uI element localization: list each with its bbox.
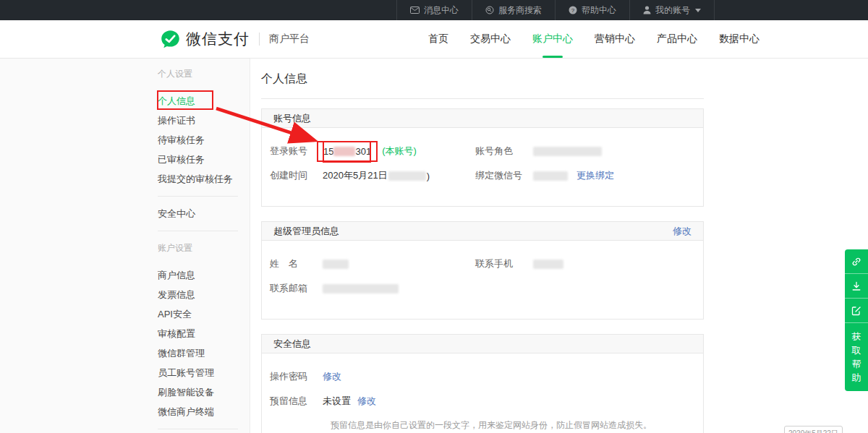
main-content: 个人信息 账号信息 登录账号 15 301: [250, 59, 868, 433]
link-icon: [851, 257, 861, 267]
field-label: 创建时间: [262, 169, 323, 182]
created-close-paren: ): [427, 171, 430, 181]
portal-name: 商户平台: [269, 33, 310, 46]
redacted-wechat-id: [533, 171, 568, 181]
sidebar-item-staff-account-mgmt[interactable]: 员工账号管理: [158, 363, 250, 382]
svg-text:?: ?: [571, 7, 575, 14]
rebind-link[interactable]: 更换绑定: [576, 169, 614, 182]
field-row: 预留信息 未设置 修改: [262, 394, 703, 408]
sidebar-item-security-center[interactable]: 安全中心: [158, 204, 250, 223]
sidebar-item-wechat-group-mgmt[interactable]: 微信群管理: [158, 343, 250, 363]
sidebar-item-pending-review[interactable]: 待审核任务: [158, 130, 250, 150]
sidebar-group-header-personal: 个人设置: [158, 64, 250, 84]
field-admin-name: 姓 名: [262, 257, 475, 270]
section-account-info: 账号信息 登录账号 15 301 (本账号): [261, 108, 704, 207]
field-account-role: 账号角色: [475, 145, 602, 158]
redacted-login-digits: [333, 147, 355, 156]
sidebar-item-face-device[interactable]: 刷脸智能设备: [158, 382, 250, 402]
topbar-item-service-search[interactable]: 服务商搜索: [472, 0, 555, 20]
topbar-item-message-center[interactable]: 消息中心: [396, 0, 472, 20]
login-account-value: 15 301: [317, 141, 378, 162]
page-title: 个人信息: [261, 72, 704, 99]
field-label: 操作密码: [262, 370, 323, 383]
nav-item-marketing-center[interactable]: 营销中心: [595, 30, 635, 48]
topbar-item-my-account[interactable]: 我的账号: [629, 0, 715, 20]
sidebar-divider: [158, 231, 238, 231]
field-created-time: 创建时间 2020年5月21日 ): [262, 169, 475, 182]
created-date: 2020年5月21日: [323, 169, 388, 182]
field-label: 联系手机: [475, 257, 533, 270]
admin-edit-link[interactable]: 修改: [673, 225, 692, 238]
sidebar-item-operation-cert[interactable]: 操作证书: [158, 111, 250, 130]
chevron-down-icon: [695, 9, 701, 12]
current-account-tag: (本账号): [382, 145, 417, 158]
nav-item-trade-center[interactable]: 交易中心: [470, 30, 511, 48]
brand-divider: [259, 33, 260, 46]
section-title: 账号信息: [273, 112, 311, 125]
section-account-info-header: 账号信息: [262, 109, 703, 128]
get-help-button[interactable]: 获取帮助: [845, 323, 868, 391]
reserved-info-note: 预留信息是由你自己设置的一段文字，用来鉴定网站身份，防止假冒网站造成损失。 配置…: [331, 419, 703, 433]
topbar-group: 消息中心 服务商搜索 ? 帮助中心 我的账号: [396, 0, 715, 20]
date-badge: 2020年5月22日: [784, 426, 843, 433]
sidebar-group-header-account: 账户设置: [158, 239, 250, 258]
sidebar-item-merchant-info[interactable]: 商户信息: [158, 265, 250, 285]
field-row: 姓 名 联系手机: [262, 257, 703, 271]
brand[interactable]: 微信支付: [161, 29, 250, 49]
main-nav: 首页 交易中心 账户中心 营销中心 产品中心 数据中心: [407, 30, 760, 48]
field-bound-wechat: 绑定微信号 更换绑定: [475, 169, 614, 182]
download-button[interactable]: [845, 274, 868, 299]
help-icon: ?: [569, 6, 577, 14]
brand-name: 微信支付: [186, 29, 250, 49]
field-row: 登录账号 15 301 (本账号) 账号角色: [262, 144, 703, 158]
field-row: 联系邮箱: [262, 281, 703, 296]
nav-item-account-center[interactable]: 账户中心: [532, 30, 573, 48]
share-link-button[interactable]: [845, 249, 868, 274]
redacted-account-role: [533, 147, 602, 156]
reserved-info-value: 未设置: [323, 395, 351, 408]
field-label: 姓 名: [262, 257, 323, 270]
sidebar: 个人设置 个人信息 操作证书 待审核任务 已审核任务 我提交的审核任务 安全中心…: [0, 59, 250, 433]
field-label: 联系邮箱: [262, 282, 323, 295]
field-row: 创建时间 2020年5月21日 ) 绑定微信号 更换绑定: [262, 168, 703, 183]
section-admin-info: 超级管理员信息 修改 姓 名 联系手机: [261, 221, 704, 320]
user-icon: [643, 6, 651, 14]
sidebar-item-my-submitted-review[interactable]: 我提交的审核任务: [158, 169, 250, 189]
envelope-icon: [410, 7, 420, 14]
feedback-button[interactable]: [845, 299, 868, 323]
section-admin-info-body: 姓 名 联系手机 联系邮箱: [262, 241, 703, 319]
login-prefix: 15: [323, 146, 333, 157]
redacted-created-time: [388, 171, 426, 181]
password-edit-link[interactable]: 修改: [323, 370, 341, 383]
wechat-pay-merchant-page: 消息中心 服务商搜索 ? 帮助中心 我的账号: [0, 0, 868, 433]
field-row: 操作密码 修改: [262, 369, 703, 384]
edit-icon: [851, 306, 861, 316]
sidebar-item-reviewed[interactable]: 已审核任务: [158, 150, 250, 169]
reserved-edit-link[interactable]: 修改: [357, 395, 376, 408]
field-reserved-info: 预留信息 未设置 修改: [262, 395, 475, 408]
nav-item-data-center[interactable]: 数据中心: [719, 30, 760, 48]
sidebar-item-invoice-info[interactable]: 发票信息: [158, 285, 250, 304]
header: 微信支付 商户平台 首页 交易中心 账户中心 营销中心 产品中心 数据中心: [0, 20, 868, 59]
topbar-item-label: 消息中心: [424, 4, 459, 17]
sidebar-item-review-config[interactable]: 审核配置: [158, 324, 250, 343]
topbar-item-help-center[interactable]: ? 帮助中心: [555, 0, 629, 20]
field-label: 账号角色: [475, 145, 533, 158]
section-security-info-header: 安全信息: [262, 335, 703, 353]
sidebar-item-merchant-terminal[interactable]: 微信商户终端: [158, 402, 250, 421]
sidebar-divider: [158, 196, 238, 197]
page-body: 个人设置 个人信息 操作证书 待审核任务 已审核任务 我提交的审核任务 安全中心…: [0, 59, 868, 433]
topbar-item-label: 我的账号: [655, 4, 690, 17]
field-label: 登录账号: [262, 145, 323, 158]
section-admin-info-header: 超级管理员信息 修改: [262, 222, 703, 241]
nav-item-home[interactable]: 首页: [428, 30, 448, 48]
login-suffix: 301: [355, 146, 371, 157]
download-icon: [851, 281, 861, 291]
sidebar-item-personal-info[interactable]: 个人信息: [158, 91, 250, 111]
field-login-account: 登录账号 15 301 (本账号): [262, 145, 475, 158]
nav-item-product-center[interactable]: 产品中心: [657, 30, 697, 48]
section-title: 超级管理员信息: [273, 225, 339, 238]
section-security-info: 安全信息 操作密码 修改 预留信息 未设置 修改: [261, 334, 704, 433]
field-operation-password: 操作密码 修改: [262, 370, 475, 383]
sidebar-item-api-security[interactable]: API安全: [158, 304, 250, 324]
